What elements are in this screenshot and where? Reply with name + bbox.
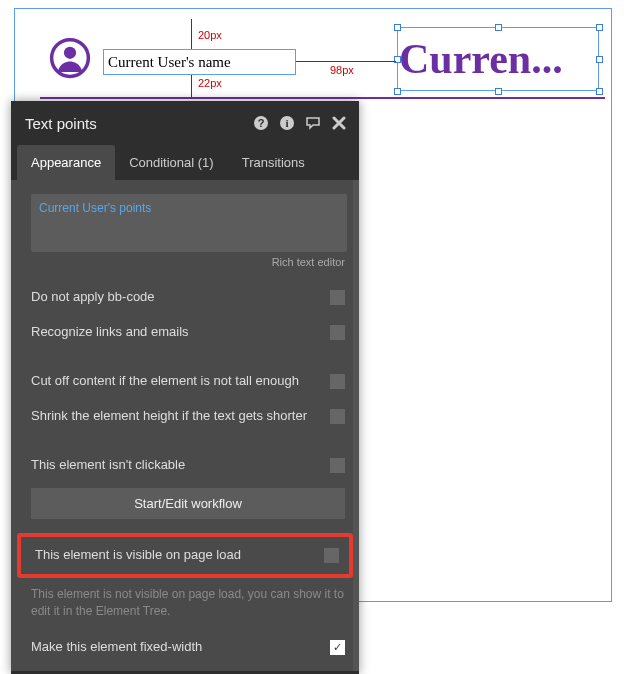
close-icon[interactable]	[329, 113, 349, 133]
prop-label: This element is visible on page load	[35, 547, 324, 564]
panel-tabs: Appearance Conditional (1) Transitions	[11, 145, 359, 180]
prop-recognize-links: Recognize links and emails	[11, 315, 359, 350]
prop-label: Shrink the element height if the text ge…	[31, 408, 330, 425]
prop-visible-on-load: This element is visible on page load	[21, 538, 349, 573]
resize-handle[interactable]	[596, 88, 603, 95]
rich-text-editor-link[interactable]: Rich text editor	[11, 256, 345, 268]
measure-guide	[191, 75, 192, 97]
start-edit-workflow-button[interactable]: Start/Edit workflow	[31, 488, 345, 519]
prop-no-bbcode: Do not apply bb-code	[11, 280, 359, 315]
prop-label: Cut off content if the element is not ta…	[31, 373, 330, 390]
checkbox-visible-on-load[interactable]	[324, 548, 339, 563]
checkbox-no-bbcode[interactable]	[330, 290, 345, 305]
scrollbar[interactable]	[353, 180, 359, 671]
prop-fixed-width: Make this element fixed-width ✓	[11, 630, 359, 665]
measure-guide	[296, 61, 396, 62]
measure-label-gap: 98px	[330, 64, 354, 76]
text-content-editor[interactable]: Current User's points	[31, 194, 347, 252]
checkbox-shrink[interactable]	[330, 409, 345, 424]
user-name-input[interactable]	[103, 49, 296, 75]
prop-not-clickable: This element isn't clickable	[11, 448, 359, 483]
visible-on-load-highlight: This element is visible on page load	[17, 533, 353, 578]
resize-handle[interactable]	[394, 88, 401, 95]
checkbox-recognize-links[interactable]	[330, 325, 345, 340]
prop-label: Make this element fixed-width	[31, 639, 330, 656]
svg-point-1	[64, 47, 76, 59]
checkbox-cutoff[interactable]	[330, 374, 345, 389]
resize-handle[interactable]	[596, 24, 603, 31]
resize-handle[interactable]	[596, 56, 603, 63]
help-icon[interactable]: ?	[251, 113, 271, 133]
tab-conditional[interactable]: Conditional (1)	[115, 145, 228, 180]
tab-appearance-body: Current User's points Rich text editor D…	[11, 180, 359, 671]
resize-handle[interactable]	[394, 24, 401, 31]
visible-on-load-hint: This element is not visible on page load…	[11, 582, 359, 630]
prop-shrink: Shrink the element height if the text ge…	[11, 399, 359, 434]
svg-text:i: i	[285, 117, 288, 129]
prop-label: This element isn't clickable	[31, 457, 330, 474]
user-avatar-icon	[49, 37, 91, 79]
prop-cutoff: Cut off content if the element is not ta…	[11, 364, 359, 399]
header-divider	[40, 97, 605, 99]
resize-handle[interactable]	[495, 24, 502, 31]
dynamic-expression[interactable]: Current User's points	[39, 201, 151, 215]
tab-appearance[interactable]: Appearance	[17, 145, 115, 180]
checkbox-fixed-width[interactable]: ✓	[330, 640, 345, 655]
measure-guide	[191, 19, 192, 49]
measure-label-top: 20px	[198, 29, 222, 41]
prop-label: Do not apply bb-code	[31, 289, 330, 306]
panel-header: Text points ? i	[11, 101, 359, 145]
tab-transitions[interactable]: Transitions	[228, 145, 319, 180]
info-icon[interactable]: i	[277, 113, 297, 133]
prop-label: Recognize links and emails	[31, 324, 330, 341]
measure-label-bottom: 22px	[198, 77, 222, 89]
resize-handle[interactable]	[495, 88, 502, 95]
checkbox-not-clickable[interactable]	[330, 458, 345, 473]
svg-text:?: ?	[258, 117, 265, 129]
comment-icon[interactable]	[303, 113, 323, 133]
property-editor-panel[interactable]: Text points ? i Appearance Conditional (…	[11, 101, 359, 674]
selection-outline	[397, 27, 599, 91]
panel-title: Text points	[25, 115, 245, 132]
